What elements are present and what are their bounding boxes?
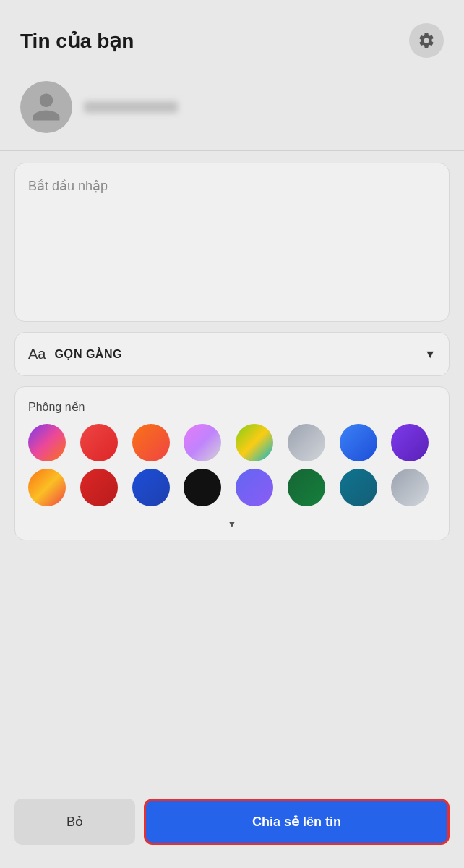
color-option-15[interactable] (340, 469, 377, 506)
background-card: Phông nền ▼ (14, 386, 450, 540)
profile-section (0, 72, 464, 150)
font-aa-label: Aa (28, 346, 46, 362)
color-option-16[interactable] (391, 469, 429, 506)
font-chevron-down-icon: ▼ (424, 348, 436, 361)
text-input-placeholder: Bắt đầu nhập (28, 179, 108, 193)
font-selector-card[interactable]: Aa GỌN GÀNG ▼ (14, 332, 450, 376)
color-option-6[interactable] (288, 424, 325, 461)
color-option-14[interactable] (288, 469, 325, 506)
header: Tin của bạn (0, 0, 464, 72)
color-option-4[interactable] (184, 424, 221, 461)
color-option-1[interactable] (28, 424, 66, 461)
color-option-11[interactable] (132, 469, 170, 506)
color-option-10[interactable] (80, 469, 118, 506)
main-content: Bắt đầu nhập Aa GỌN GÀNG ▼ Phông nền (0, 151, 464, 787)
color-option-7[interactable] (340, 424, 377, 461)
share-button[interactable]: Chia sẻ lên tin (144, 799, 450, 845)
cancel-button[interactable]: Bỏ (14, 799, 135, 845)
color-option-9[interactable] (28, 469, 66, 506)
avatar (20, 81, 72, 133)
page-title: Tin của bạn (20, 29, 134, 53)
color-option-5[interactable] (236, 424, 273, 461)
font-name-label: GỌN GÀNG (54, 347, 121, 361)
background-label: Phông nền (28, 400, 436, 414)
bottom-bar: Bỏ Chia sẻ lên tin (0, 787, 464, 868)
color-option-2[interactable] (80, 424, 118, 461)
gear-icon (418, 32, 435, 49)
color-option-12[interactable] (184, 469, 221, 506)
settings-button[interactable] (409, 23, 444, 58)
expand-chevron-icon[interactable]: ▼ (28, 514, 436, 532)
color-grid (28, 424, 436, 506)
color-option-3[interactable] (132, 424, 170, 461)
color-option-13[interactable] (236, 469, 273, 506)
user-icon (30, 90, 63, 124)
font-selector-left: Aa GỌN GÀNG (28, 346, 122, 362)
text-input-card[interactable]: Bắt đầu nhập (14, 163, 450, 322)
username (84, 101, 178, 113)
color-option-8[interactable] (391, 424, 429, 461)
